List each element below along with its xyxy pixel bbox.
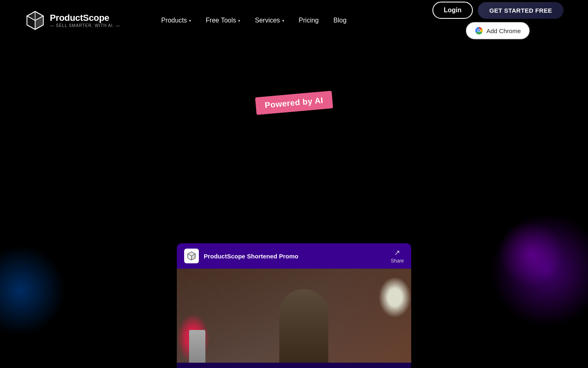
- video-embed[interactable]: ProductScope Shortened Promo ↗ Share: [177, 243, 411, 368]
- nav-blog[interactable]: Blog: [334, 17, 347, 24]
- add-chrome-button[interactable]: Add Chrome: [466, 22, 530, 39]
- nav-pricing[interactable]: Pricing: [299, 17, 319, 24]
- nav-links: Products ▾ Free Tools ▾ Services ▾ Prici…: [161, 17, 432, 24]
- bg-glow-right2: [498, 221, 564, 286]
- add-chrome-label: Add Chrome: [486, 27, 521, 34]
- powered-by-ai-badge: Powered by AI: [255, 91, 333, 115]
- nav-actions: Login GET STARTED FREE Add Chro: [432, 2, 564, 39]
- chevron-down-icon: ▾: [189, 18, 191, 23]
- bg-glow-right: [490, 213, 588, 327]
- video-thumbnail[interactable]: [177, 269, 411, 363]
- video-header: ProductScope Shortened Promo ↗ Share: [177, 243, 411, 269]
- nav-services[interactable]: Services ▾: [255, 17, 284, 24]
- logo-icon: [24, 10, 46, 31]
- nav-free-tools[interactable]: Free Tools ▾: [206, 17, 240, 24]
- video-channel-logo: [184, 249, 199, 263]
- svg-point-9: [478, 30, 480, 32]
- video-person: [279, 289, 328, 363]
- nav-products[interactable]: Products ▾: [161, 17, 191, 24]
- bg-glow-left: [0, 245, 65, 335]
- chevron-down-icon: ▾: [238, 18, 240, 23]
- brand-tagline: — SELL SMARTER. WITH AI. —: [50, 23, 120, 28]
- share-icon: ↗: [394, 248, 400, 257]
- nav-row1: Login GET STARTED FREE: [432, 2, 564, 19]
- video-title: ProductScope Shortened Promo: [204, 253, 298, 260]
- get-started-button[interactable]: GET STARTED FREE: [478, 2, 564, 19]
- chevron-down-icon: ▾: [282, 18, 284, 23]
- logo[interactable]: ProductScope — SELL SMARTER. WITH AI. —: [24, 10, 120, 31]
- video-share-button[interactable]: ↗ Share: [391, 248, 404, 264]
- logo-text: ProductScope — SELL SMARTER. WITH AI. —: [50, 13, 120, 27]
- navbar: ProductScope — SELL SMARTER. WITH AI. — …: [0, 0, 588, 41]
- video-flowers-right: [379, 277, 411, 318]
- login-button[interactable]: Login: [432, 2, 473, 19]
- video-product: [189, 330, 205, 363]
- chrome-icon: [475, 27, 483, 35]
- video-header-left: ProductScope Shortened Promo: [184, 249, 298, 263]
- brand-name: ProductScope: [50, 13, 120, 23]
